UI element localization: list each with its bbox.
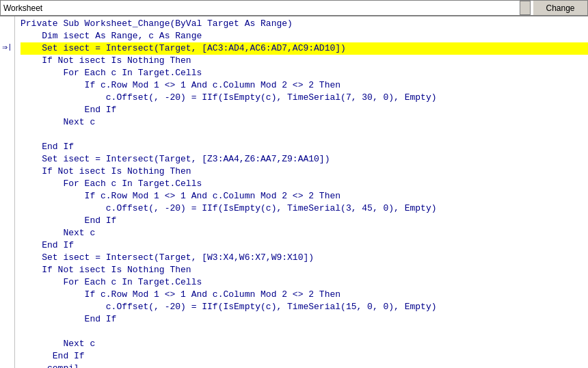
code-line: Next c <box>21 227 588 239</box>
gutter-line <box>0 170 15 181</box>
gutter-line <box>0 111 15 123</box>
code-line: End If <box>21 104 588 116</box>
code-line: If c.Row Mod 1 <> 1 And c.Column Mod 2 <… <box>21 289 588 301</box>
gutter-line <box>0 298 15 310</box>
code-line: If c.Row Mod 1 <> 1 And c.Column Mod 2 <… <box>21 190 588 202</box>
gutter-line <box>0 310 15 321</box>
gutter-line <box>0 193 15 205</box>
gutter: ⇒| <box>0 16 15 368</box>
code-line: If Not isect Is Nothing Then <box>21 166 588 178</box>
gutter-line <box>0 286 15 298</box>
gutter-line <box>0 146 15 158</box>
code-line <box>21 326 588 338</box>
gutter-line <box>0 53 15 64</box>
gutter-line <box>0 64 15 76</box>
gutter-line <box>0 356 15 368</box>
gutter-line <box>0 88 15 99</box>
code-line <box>21 129 588 141</box>
gutter-line: ⇒| <box>0 41 15 53</box>
code-line: End If <box>21 313 588 326</box>
code-line: compil <box>21 363 588 368</box>
code-line: For Each c In Target.Cells <box>21 67 588 79</box>
gutter-line <box>0 333 15 345</box>
code-line: Next c <box>21 338 588 350</box>
code-area[interactable]: Private Sub Worksheet_Change(ByVal Targe… <box>15 16 588 368</box>
gutter-line <box>0 205 15 216</box>
gutter-line <box>0 99 15 111</box>
event-selector[interactable]: Change <box>533 0 588 16</box>
gutter-line <box>0 228 15 239</box>
code-line: c.Offset(, -20) = IIf(IsEmpty(c), TimeSe… <box>21 92 588 104</box>
top-bar: Worksheet Change <box>0 0 588 16</box>
code-line: If c.Row Mod 1 <> 1 And c.Column Mod 2 <… <box>21 79 588 92</box>
gutter-line <box>0 29 15 41</box>
editor-container: ⇒| Private Sub Worksheet_Change(ByVal Ta… <box>0 16 588 368</box>
gutter-line <box>0 251 15 263</box>
gutter-line <box>0 274 15 286</box>
code-line: Set isect = Intersect(Target, [Z3:AA4,Z6… <box>21 153 588 166</box>
code-line: If Not isect Is Nothing Then <box>21 264 588 276</box>
code-line: End If <box>21 239 588 252</box>
code-line: c.Offset(, -20) = IIf(IsEmpty(c), TimeSe… <box>21 301 588 313</box>
worksheet-dropdown-arrow[interactable] <box>520 1 531 15</box>
gutter-line <box>0 239 15 251</box>
code-line: Next c <box>21 116 588 129</box>
code-line: Private Sub Worksheet_Change(ByVal Targe… <box>21 18 588 30</box>
gutter-line <box>0 181 15 193</box>
gutter-line <box>0 158 15 170</box>
gutter-line <box>0 76 15 88</box>
code-line: Set isect = Intersect(Target, [AC3:AD4,A… <box>21 42 588 55</box>
gutter-line <box>0 321 15 333</box>
gutter-line <box>0 123 15 135</box>
gutter-line <box>0 345 15 356</box>
code-line: End If <box>21 350 588 363</box>
gutter-line <box>0 18 15 29</box>
code-line: End If <box>21 141 588 153</box>
gutter-line <box>0 263 15 274</box>
code-line: Set isect = Intersect(Target, [W3:X4,W6:… <box>21 252 588 264</box>
worksheet-label: Worksheet <box>3 3 520 13</box>
gutter-line <box>0 135 15 146</box>
code-line: c.Offset(, -20) = IIf(IsEmpty(c), TimeSe… <box>21 202 588 215</box>
event-label: Change <box>546 3 574 13</box>
code-line: For Each c In Target.Cells <box>21 178 588 190</box>
worksheet-selector[interactable]: Worksheet <box>0 0 533 16</box>
code-line: Dim isect As Range, c As Range <box>21 30 588 42</box>
code-line: If Not isect Is Nothing Then <box>21 55 588 67</box>
gutter-line <box>0 216 15 228</box>
code-line: For Each c In Target.Cells <box>21 276 588 289</box>
code-line: End If <box>21 215 588 227</box>
